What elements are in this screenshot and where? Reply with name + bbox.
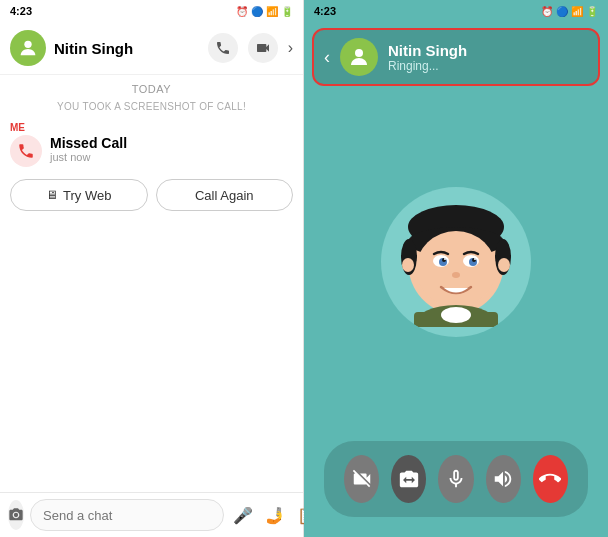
flip-camera-icon [398, 468, 420, 490]
person-icon [17, 37, 39, 59]
bitmoji-svg [391, 197, 521, 327]
contact-header: Nitin Singh › [0, 22, 303, 75]
camera-button[interactable] [8, 500, 24, 530]
call-again-button[interactable]: Call Again [156, 179, 294, 211]
video-off-icon [351, 468, 373, 490]
avatar-left [10, 30, 46, 66]
call-icon-button[interactable] [208, 33, 238, 63]
missed-call-time: just now [50, 151, 127, 163]
caller-avatar [381, 187, 531, 337]
missed-call-row: Missed Call just now [10, 135, 293, 167]
header-actions: › [208, 33, 293, 63]
monitor-icon: 🖥 [46, 188, 58, 202]
chat-input[interactable] [30, 499, 224, 531]
svg-point-9 [416, 231, 496, 307]
back-button[interactable]: ‹ [324, 47, 330, 68]
call-center [304, 92, 608, 431]
mute-button[interactable] [438, 455, 473, 503]
svg-point-7 [402, 258, 414, 272]
left-panel: 4:23 ⏰ 🔵 📶 🔋 Nitin Singh › TODA [0, 0, 304, 537]
mic-input-icon[interactable]: 🎤 [230, 502, 256, 528]
time-left: 4:23 [10, 5, 32, 17]
emoji-icon[interactable]: 🤳 [262, 502, 288, 528]
end-call-icon [539, 468, 561, 490]
banner-avatar [340, 38, 378, 76]
status-icons-right: ⏰ 🔵 📶 🔋 [541, 6, 598, 17]
svg-point-21 [441, 307, 471, 323]
flip-camera-button[interactable] [391, 455, 426, 503]
person-icon-banner [347, 45, 371, 69]
svg-point-8 [498, 258, 510, 272]
phone-icon [215, 40, 231, 56]
svg-point-1 [355, 49, 363, 57]
svg-point-0 [24, 41, 31, 48]
screenshot-label: YOU TOOK A SCREENSHOT OF CALL! [57, 101, 246, 112]
chat-area: TODAY YOU TOOK A SCREENSHOT OF CALL! ME … [0, 75, 303, 492]
call-controls [324, 441, 588, 517]
banner-info: Nitin Singh Ringing... [388, 42, 588, 73]
video-off-button[interactable] [344, 455, 379, 503]
svg-point-18 [452, 272, 460, 278]
right-panel: 4:23 ⏰ 🔵 📶 🔋 ‹ Nitin Singh Ringing... [304, 0, 608, 537]
contact-name-left: Nitin Singh [54, 40, 200, 57]
incoming-call-banner[interactable]: ‹ Nitin Singh Ringing... [312, 28, 600, 86]
status-bar-right: 4:23 ⏰ 🔵 📶 🔋 [304, 0, 608, 22]
speaker-icon [492, 468, 514, 490]
svg-point-17 [474, 258, 476, 260]
banner-name: Nitin Singh [388, 42, 588, 59]
speaker-button[interactable] [486, 455, 521, 503]
mic-icon [445, 468, 467, 490]
missed-call-icon [10, 135, 42, 167]
input-bar: 🎤 🤳 📋 ⊕ [0, 492, 303, 537]
time-right: 4:23 [314, 5, 336, 17]
missed-call-phone-icon [17, 142, 35, 160]
banner-status: Ringing... [388, 59, 588, 73]
today-label: TODAY [132, 83, 171, 95]
missed-call-text: Missed Call [50, 135, 127, 151]
video-icon-button[interactable] [248, 33, 278, 63]
video-icon [255, 40, 271, 56]
me-label: ME [10, 122, 25, 133]
missed-call-info: Missed Call just now [50, 135, 127, 163]
end-call-button[interactable] [533, 455, 568, 503]
camera-icon [8, 507, 24, 523]
chevron-right-icon[interactable]: › [288, 39, 293, 57]
svg-point-16 [444, 258, 446, 260]
status-icons-left: ⏰ 🔵 📶 🔋 [236, 6, 293, 17]
try-web-button[interactable]: 🖥 Try Web [10, 179, 148, 211]
status-bar-left: 4:23 ⏰ 🔵 📶 🔋 [0, 0, 303, 22]
call-buttons: 🖥 Try Web Call Again [10, 179, 293, 211]
